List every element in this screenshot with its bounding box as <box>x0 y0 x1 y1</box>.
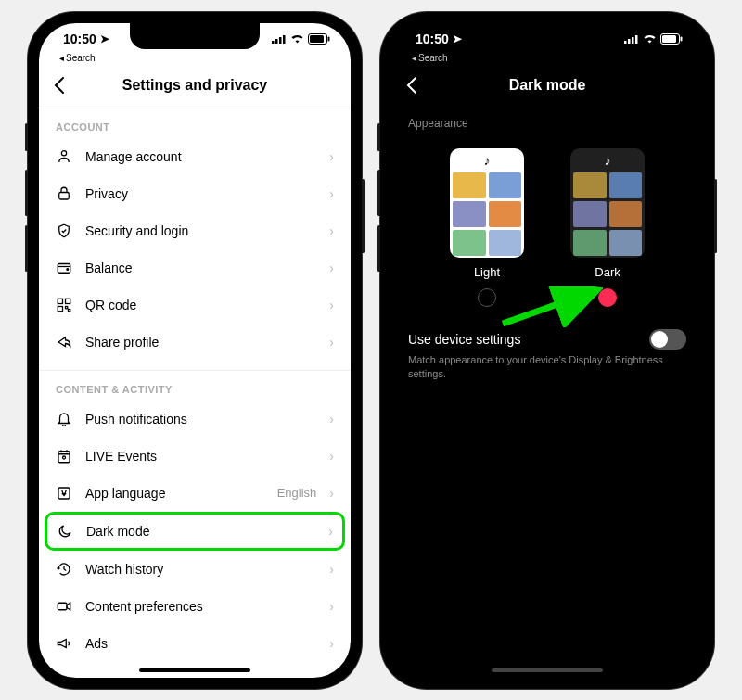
row-label: Push notifications <box>85 412 316 426</box>
home-indicator[interactable] <box>492 668 603 672</box>
nav-header: Settings and privacy <box>39 67 351 104</box>
theme-option-light[interactable]: ♪ Light <box>450 148 524 307</box>
svg-point-7 <box>61 150 66 155</box>
back-to-app[interactable]: ◂ Search <box>391 53 703 63</box>
settings-row-lock[interactable]: Privacy› <box>39 175 351 212</box>
signal-icon <box>272 34 287 44</box>
chevron-left-icon: ◂ <box>412 53 416 63</box>
chevron-right-icon: › <box>329 223 334 238</box>
chevron-right-icon: › <box>329 186 334 201</box>
row-label: Manage account <box>85 149 316 164</box>
nav-header: Dark mode <box>391 67 703 104</box>
notch <box>482 23 612 49</box>
history-icon <box>56 561 72 578</box>
chevron-right-icon: › <box>329 335 334 350</box>
settings-row-language[interactable]: App languageEnglish› <box>39 475 351 512</box>
phone-left: 10:50 ➤ ◂ Search Settings and privacy AC… <box>28 12 362 689</box>
row-label: Share profile <box>85 335 316 350</box>
svg-rect-2 <box>279 37 282 44</box>
settings-row-share[interactable]: Share profile› <box>39 324 351 361</box>
video-icon <box>56 598 72 615</box>
battery-icon <box>308 33 330 45</box>
row-label: Privacy <box>85 186 316 201</box>
settings-row-megaphone[interactable]: Ads› <box>39 625 351 662</box>
svg-rect-8 <box>59 192 70 199</box>
chevron-right-icon: › <box>329 449 334 464</box>
location-icon: ➤ <box>100 32 109 45</box>
svg-rect-18 <box>58 488 70 499</box>
chevron-right-icon: › <box>329 261 334 275</box>
status-time: 10:50 <box>416 32 449 46</box>
signal-icon <box>624 34 639 44</box>
row-label: LIVE Events <box>85 449 316 464</box>
chevron-right-icon: › <box>329 298 334 312</box>
page-title: Settings and privacy <box>122 77 268 94</box>
wallet-icon <box>56 260 72 276</box>
chevron-right-icon: › <box>329 412 334 426</box>
status-icons <box>272 33 330 45</box>
chevron-right-icon: › <box>328 524 333 539</box>
row-label: QR code <box>85 298 316 312</box>
svg-rect-11 <box>58 299 62 303</box>
settings-row-video[interactable]: Content preferences› <box>39 588 351 625</box>
svg-rect-25 <box>662 35 676 43</box>
svg-rect-13 <box>58 306 62 311</box>
settings-row-history[interactable]: Watch history› <box>39 551 351 588</box>
svg-rect-3 <box>283 35 286 44</box>
row-label: App language <box>85 486 264 501</box>
svg-rect-12 <box>66 299 70 303</box>
settings-row-shield[interactable]: Security and login› <box>39 212 351 249</box>
svg-rect-0 <box>272 41 275 44</box>
settings-row-moon[interactable]: Dark mode› <box>45 512 345 551</box>
theme-option-dark[interactable]: ♪ Dark <box>570 148 645 307</box>
row-label: Balance <box>85 261 316 275</box>
chevron-left-icon: ◂ <box>59 53 64 63</box>
chevron-right-icon: › <box>329 636 334 651</box>
megaphone-icon <box>56 635 72 652</box>
svg-rect-5 <box>310 35 324 43</box>
notch <box>130 23 260 49</box>
back-to-app[interactable]: ◂ Search <box>39 53 351 63</box>
svg-rect-1 <box>275 39 278 44</box>
svg-rect-19 <box>58 603 67 610</box>
use-device-toggle[interactable] <box>649 329 686 350</box>
row-label: Dark mode <box>86 524 315 539</box>
use-device-settings-row[interactable]: Use device settings <box>391 312 703 353</box>
location-icon: ➤ <box>453 32 462 45</box>
svg-rect-26 <box>681 36 683 41</box>
row-label: Security and login <box>85 223 316 238</box>
settings-list[interactable]: ACCOUNTManage account›Privacy›Security a… <box>39 108 351 674</box>
home-indicator[interactable] <box>139 668 250 672</box>
radio-dark[interactable] <box>598 288 617 307</box>
battery-icon <box>660 33 683 45</box>
settings-row-qr[interactable]: QR code› <box>39 286 351 324</box>
use-device-desc: Match appearance to your device's Displa… <box>391 353 703 382</box>
moon-icon <box>57 523 73 540</box>
svg-rect-14 <box>66 306 68 308</box>
qr-icon <box>56 297 72 313</box>
settings-row-bell[interactable]: Push notifications› <box>39 401 351 438</box>
wifi-icon <box>290 33 304 44</box>
settings-row-calendar[interactable]: LIVE Events› <box>39 438 351 475</box>
bell-icon <box>56 411 72 427</box>
svg-point-17 <box>63 456 66 459</box>
radio-light[interactable] <box>478 288 496 307</box>
phone-right: 10:50 ➤ ◂ Search Dark mode Appearance ♪ <box>380 12 714 689</box>
language-icon <box>56 485 72 502</box>
theme-picker: ♪ Light ♪ Dark <box>391 139 703 312</box>
chevron-right-icon: › <box>329 599 334 614</box>
shield-icon <box>56 223 72 239</box>
row-label: Watch history <box>85 562 316 577</box>
back-button[interactable] <box>406 76 417 95</box>
settings-row-wallet[interactable]: Balance› <box>39 249 351 286</box>
theme-preview-dark: ♪ <box>570 148 645 258</box>
back-button[interactable] <box>54 76 65 95</box>
svg-rect-15 <box>69 309 70 311</box>
theme-preview-light: ♪ <box>450 148 524 258</box>
svg-rect-23 <box>635 35 638 44</box>
svg-rect-6 <box>328 36 330 41</box>
svg-rect-22 <box>632 37 634 44</box>
svg-point-10 <box>67 268 69 270</box>
settings-row-person[interactable]: Manage account› <box>39 138 351 175</box>
appearance-header: Appearance <box>391 104 703 139</box>
